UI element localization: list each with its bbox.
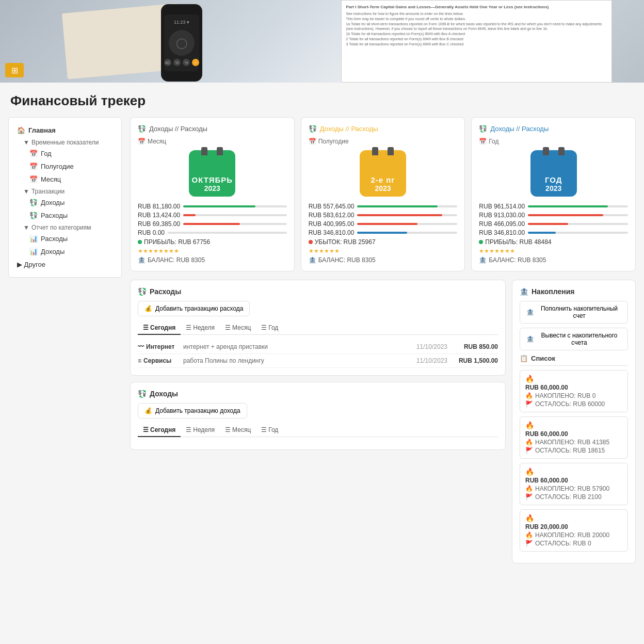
- expense-filter-tabs: ☰ Сегодня ☰ Неделя ☰ Месяц ☰: [138, 321, 498, 335]
- expenses-icon: 💱: [138, 287, 147, 296]
- flag-icon-1: 🚩: [525, 447, 533, 454]
- chart-icon-1: 📊: [29, 235, 38, 243]
- currency-icon-month: 💱: [138, 125, 146, 133]
- stat-year-2: RUB 466,095.00: [479, 220, 628, 228]
- balance-month: 🏦 БАЛАНС: RUB 8305: [138, 256, 287, 264]
- card-month-header: 💱 Доходы // Расходы: [138, 125, 287, 133]
- add-expense-button[interactable]: 💰 Добавить транзакцию расхода: [138, 301, 250, 316]
- income-tab-month[interactable]: ☰ Месяц: [220, 424, 256, 437]
- saving-stat-2b: 🚩 ОСТАЛОСЬ: RUB 2100: [525, 493, 622, 501]
- income-title: 💱 Доходы: [138, 390, 498, 398]
- expense-tab-today[interactable]: ☰ Сегодня: [138, 321, 181, 335]
- savings-list-title: 📋 Список: [520, 355, 628, 366]
- withdraw-savings-button[interactable]: 🏦 Вывести с накопительного счета: [520, 328, 628, 350]
- left-panels: 💱 Расходы 💰 Добавить транзакцию расхода …: [130, 280, 506, 564]
- sidebar-item-month[interactable]: 📅 Месяц: [13, 173, 117, 186]
- stat-half-0: RUB 557,645.00: [309, 203, 458, 210]
- currency-icon-2: 💱: [29, 212, 38, 219]
- savings-withdraw-icon: 🏦: [526, 335, 534, 343]
- sidebar: 🏠 Главная ▼ Временные показатели 📅 Год 📅…: [8, 117, 122, 278]
- stat-half-1: RUB 583,612.00: [309, 212, 458, 219]
- saving-stat-0a: 🔥 НАКОПЛЕНО: RUB 0: [525, 392, 622, 399]
- add-income-button[interactable]: 💰 Добавить транзакцию дохода: [138, 403, 247, 418]
- stat-half-3: RUB 346,810.00: [309, 229, 458, 236]
- sidebar-item-halfyear[interactable]: 📅 Полугодие: [13, 160, 117, 173]
- card-halfyear-period: 📅 Полугодие: [309, 138, 458, 145]
- fire-icon-2: 🔥: [525, 485, 533, 492]
- summary-cards-row: 💱 Доходы // Расходы 📅 Месяц ОКТЯБРЬ 2023…: [130, 117, 636, 271]
- calendar-icon-2: 📅: [29, 163, 38, 170]
- saving-stat-1a: 🔥 НАКОПЛЕНО: RUB 41385: [525, 439, 622, 446]
- sidebar-item-home[interactable]: 🏠 Главная: [13, 124, 117, 137]
- profit-month: ПРИБЫЛЬ: RUB 67756: [138, 238, 287, 246]
- flag-icon-2: 🚩: [525, 493, 533, 501]
- add-expense-icon: 💰: [144, 305, 152, 312]
- tx-icon-0: 〰: [138, 343, 144, 350]
- savings-title: 🏦 Накопления: [520, 287, 628, 296]
- income-panel: 💱 Доходы 💰 Добавить транзакцию дохода ☰ …: [130, 382, 506, 450]
- profit-half: УБЫТОК: RUB 25967: [309, 238, 458, 246]
- phone-mockup: 11:23 ▾ ◯ AC % % ÷: [161, 4, 202, 82]
- add-income-icon: 💰: [144, 407, 152, 414]
- expense-tab-week[interactable]: ☰ Неделя: [181, 321, 220, 335]
- savings-add-icon: 🏦: [526, 309, 534, 316]
- expense-tab-year[interactable]: ☰ Год: [256, 321, 283, 335]
- fire-icon-0: 🔥: [525, 392, 533, 399]
- fire-icon-1: 🔥: [525, 439, 533, 446]
- page-title: Финансовый трекер: [0, 83, 644, 117]
- card-year: 💱 Доходы // Расходы 📅 Год ГОД 2023 RUB 9…: [471, 117, 636, 271]
- savings-icon: 🏦: [520, 287, 528, 296]
- list-item: 🔥 RUB 60,000.00 🔥 НАКОПЛЕНО: RUB 41385 🚩…: [520, 416, 628, 459]
- stat-half-2: RUB 400,995.00: [309, 220, 458, 228]
- add-savings-button[interactable]: 🏦 Пополнить накопительный счет: [520, 301, 628, 324]
- fire-icon-3: 🔥: [525, 532, 533, 539]
- sidebar-item-cat-income[interactable]: 📊 Доходы: [13, 245, 117, 258]
- stat-row-3: RUB 0.00: [138, 229, 287, 236]
- filter-icon-year-2: ☰: [261, 426, 267, 433]
- sidebar-item-other[interactable]: ▶ Другое: [13, 258, 117, 271]
- expenses-title: 💱 Расходы: [138, 287, 498, 296]
- saving-stat-1b: 🚩 ОСТАЛОСЬ: RUB 18615: [525, 447, 622, 454]
- expense-tab-month[interactable]: ☰ Месяц: [220, 321, 256, 335]
- saving-stat-3b: 🚩 ОСТАЛОСЬ: RUB 0: [525, 540, 622, 547]
- filter-icon-week-2: ☰: [186, 426, 191, 433]
- document-background: Part I Short-Term Capital Gains and Loss…: [341, 0, 611, 83]
- hero-banner: 11:23 ▾ ◯ AC % % ÷ Part I Short-Term Cap…: [0, 0, 644, 83]
- sidebar-item-year[interactable]: 📅 Год: [13, 147, 117, 160]
- list-item: 🔥 RUB 20,000.00 🔥 НАКОПЛЕНО: RUB 20000 🚩…: [520, 509, 628, 552]
- saving-stat-2a: 🔥 НАКОПЛЕНО: RUB 57900: [525, 485, 622, 492]
- calendar-icon-3: 📅: [29, 175, 38, 183]
- filter-icon-today: ☰: [143, 324, 149, 331]
- list-item: 🔥 RUB 60,000.00 🔥 НАКОПЛЕНО: RUB 0 🚩 ОСТ…: [520, 370, 628, 412]
- bottom-row: 💱 Расходы 💰 Добавить транзакцию расхода …: [130, 280, 636, 564]
- home-icon: 🏠: [17, 126, 25, 134]
- calendar-icon-year: 📅: [479, 138, 487, 145]
- income-filter-tabs: ☰ Сегодня ☰ Неделя ☰ Месяц ☰: [138, 424, 498, 437]
- stars-month: ★★★★★★★★: [138, 248, 287, 254]
- currency-icon-1: 💱: [29, 199, 38, 206]
- filter-icon-month: ☰: [225, 324, 231, 331]
- list-icon: 📋: [520, 355, 528, 362]
- card-month: 💱 Доходы // Расходы 📅 Месяц ОКТЯБРЬ 2023…: [130, 117, 295, 271]
- table-row: ≡ Сервисы работа Полины по лендингу 11/1…: [138, 354, 498, 368]
- stat-row-1: RUB 13,424.00: [138, 212, 287, 219]
- sidebar-item-cat-expense[interactable]: 📊 Расходы: [13, 232, 117, 245]
- expenses-panel: 💱 Расходы 💰 Добавить транзакцию расхода …: [130, 280, 506, 376]
- table-row: 〰 Интернет интернет + аренда приставки 1…: [138, 340, 498, 354]
- income-tab-year[interactable]: ☰ Год: [256, 424, 283, 437]
- tx-category-0: 〰 Интернет: [138, 343, 179, 350]
- balance-icon-month: 🏦: [138, 256, 146, 264]
- sidebar-item-income[interactable]: 💱 Доходы: [13, 196, 117, 209]
- stat-year-3: RUB 346,810.00: [479, 229, 628, 236]
- income-tab-today[interactable]: ☰ Сегодня: [138, 424, 181, 437]
- sidebar-item-expense[interactable]: 💱 Расходы: [13, 209, 117, 222]
- calendar-year: ГОД 2023: [530, 150, 577, 197]
- income-tab-week[interactable]: ☰ Неделя: [181, 424, 220, 437]
- profit-year: ПРИБЫЛЬ: RUB 48484: [479, 238, 628, 246]
- balance-year: 🏦 БАЛАНС: RUB 8305: [479, 256, 628, 264]
- sidebar-group-transactions: ▼ Транзакции: [13, 186, 117, 196]
- calendar-halfyear: 2-е пг 2023: [360, 150, 406, 197]
- list-item: 🔥 RUB 60,000.00 🔥 НАКОПЛЕНО: RUB 57900 🚩…: [520, 463, 628, 505]
- filter-icon-week: ☰: [186, 324, 191, 331]
- app-logo: ⊞: [5, 63, 24, 77]
